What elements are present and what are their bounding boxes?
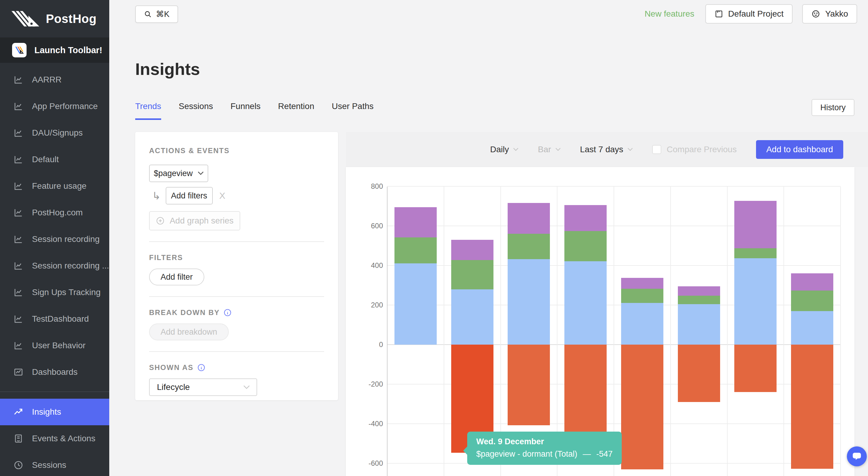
bar-segment-returning[interactable] bbox=[678, 296, 720, 304]
add-breakdown-button[interactable]: Add breakdown bbox=[149, 324, 229, 340]
project-switcher-button[interactable]: Default Project bbox=[705, 4, 793, 24]
sidebar-item-posthog-com[interactable]: PostHog.com bbox=[0, 199, 109, 226]
bar-segment-resurrecting[interactable] bbox=[621, 278, 663, 289]
bar-segment-returning[interactable] bbox=[734, 248, 777, 258]
date-range-dropdown[interactable]: Last 7 days bbox=[580, 145, 633, 154]
sidebar-item-aarrr[interactable]: AARRR bbox=[0, 66, 109, 93]
bar-segment-returning[interactable] bbox=[451, 260, 493, 289]
info-icon[interactable] bbox=[197, 363, 206, 372]
sidebar-item-default[interactable]: Default bbox=[0, 146, 109, 173]
line-chart-icon bbox=[13, 234, 24, 244]
sidebar-item-sessions[interactable]: Sessions bbox=[0, 452, 109, 476]
sidebar-item-sign-ups-tracking[interactable]: Sign Ups Tracking bbox=[0, 279, 109, 306]
actions-events-label: ACTIONS & EVENTS bbox=[149, 147, 324, 155]
new-features-link[interactable]: New features bbox=[645, 9, 694, 19]
add-graph-series-button[interactable]: Add graph series bbox=[149, 211, 240, 231]
tooltip-series-name: $pageview - dormant (Total) bbox=[476, 449, 577, 459]
sidebar-item-label: Dashboards bbox=[32, 367, 78, 377]
shown-as-select[interactable]: Lifecycle bbox=[149, 379, 257, 396]
y-axis-tick: 200 bbox=[346, 301, 383, 309]
tab-user-paths[interactable]: User Paths bbox=[332, 101, 374, 118]
line-chart-icon bbox=[13, 101, 24, 112]
bar-segment-new[interactable] bbox=[395, 263, 437, 345]
bar-segment-new[interactable] bbox=[451, 289, 493, 345]
display-type-dropdown[interactable]: Bar bbox=[538, 145, 561, 154]
chat-launcher-button[interactable] bbox=[847, 446, 867, 466]
bar-segment-new[interactable] bbox=[508, 259, 550, 345]
sidebar-item-session-recording-[interactable]: Session recording ... bbox=[0, 252, 109, 279]
tab-funnels[interactable]: Funnels bbox=[230, 101, 261, 118]
bar-segment-resurrecting[interactable] bbox=[395, 207, 437, 237]
bar-segment-dormant[interactable] bbox=[621, 345, 663, 469]
chart-tooltip: Wed. 9 December $pageview - dormant (Tot… bbox=[467, 432, 622, 465]
sidebar-item-app-performance[interactable]: App Performance bbox=[0, 93, 109, 120]
compare-previous-checkbox[interactable] bbox=[652, 145, 661, 154]
bar-segment-dormant[interactable] bbox=[791, 345, 833, 469]
shown-as-label: SHOWN AS bbox=[149, 363, 324, 372]
sidebar: PostHog Launch Toolbar! AARRRApp Perform… bbox=[0, 0, 109, 476]
info-icon[interactable] bbox=[223, 308, 232, 317]
gridline-v bbox=[840, 187, 841, 476]
sidebar-item-label: AARRR bbox=[32, 75, 62, 85]
sidebar-item-feature-usage[interactable]: Feature usage bbox=[0, 173, 109, 199]
bar-segment-resurrecting[interactable] bbox=[508, 203, 550, 234]
sidebar-item-label: Sign Ups Tracking bbox=[32, 288, 100, 297]
sidebar-item-session-recording[interactable]: Session recording bbox=[0, 226, 109, 252]
sidebar-item-testdashboard[interactable]: TestDashboard bbox=[0, 306, 109, 332]
line-chart-icon bbox=[13, 181, 24, 191]
bar-segment-returning[interactable] bbox=[621, 289, 663, 303]
interval-dropdown[interactable]: Daily bbox=[490, 145, 519, 154]
tab-retention[interactable]: Retention bbox=[278, 101, 314, 118]
launch-toolbar-button[interactable]: Launch Toolbar! bbox=[0, 37, 109, 63]
remove-series-button[interactable]: X bbox=[219, 190, 225, 201]
add-to-dashboard-button[interactable]: Add to dashboard bbox=[756, 140, 843, 159]
insight-tabs: TrendsSessionsFunnelsRetentionUser Paths bbox=[135, 101, 855, 124]
bar-segment-returning[interactable] bbox=[791, 291, 833, 311]
sidebar-item-insights[interactable]: Insights bbox=[0, 399, 109, 425]
sidebar-item-dau-signups[interactable]: DAU/Signups bbox=[0, 120, 109, 146]
bar-segment-new[interactable] bbox=[734, 258, 777, 345]
trend-up-icon bbox=[13, 407, 24, 417]
line-chart-icon bbox=[13, 128, 24, 138]
y-axis-tick: 800 bbox=[346, 182, 383, 190]
bar-segment-resurrecting[interactable] bbox=[791, 273, 833, 291]
add-filters-button[interactable]: Add filters bbox=[166, 187, 213, 205]
tab-sessions[interactable]: Sessions bbox=[179, 101, 213, 118]
sidebar-item-user-behavior[interactable]: User Behavior bbox=[0, 332, 109, 359]
bar-segment-returning[interactable] bbox=[564, 231, 607, 261]
compare-previous-toggle[interactable]: Compare Previous bbox=[652, 145, 737, 154]
gridline-v bbox=[783, 187, 784, 476]
history-button[interactable]: History bbox=[812, 99, 855, 116]
bar-segment-resurrecting[interactable] bbox=[451, 240, 493, 260]
sidebar-item-events-actions[interactable]: Events & Actions bbox=[0, 425, 109, 452]
event-selector-dropdown[interactable]: $pageview bbox=[149, 165, 208, 182]
event-filter-row: ↳ Add filters X bbox=[149, 187, 324, 205]
sidebar-item-label: Sessions bbox=[32, 460, 66, 470]
bar-segment-dormant[interactable] bbox=[734, 345, 777, 392]
compare-previous-label: Compare Previous bbox=[667, 145, 737, 154]
user-menu-button[interactable]: Yakko bbox=[802, 4, 857, 24]
bar-segment-resurrecting[interactable] bbox=[734, 201, 777, 248]
chevron-down-icon bbox=[513, 148, 519, 151]
chevron-down-icon bbox=[627, 148, 633, 151]
bar-segment-resurrecting[interactable] bbox=[564, 205, 607, 231]
bar-segment-new[interactable] bbox=[621, 303, 663, 345]
bar-segment-returning[interactable] bbox=[508, 234, 550, 259]
bar-segment-dormant[interactable] bbox=[678, 345, 720, 402]
bar-segment-new[interactable] bbox=[791, 311, 833, 345]
bar-segment-new[interactable] bbox=[564, 261, 607, 345]
sidebar-item-label: Session recording ... bbox=[32, 261, 109, 271]
sidebar-item-dashboards[interactable]: Dashboards bbox=[0, 359, 109, 385]
interval-value: Daily bbox=[490, 145, 509, 154]
line-chart-icon bbox=[13, 340, 24, 351]
bar-segment-resurrecting[interactable] bbox=[678, 286, 720, 296]
sidebar-nav: AARRRApp PerformanceDAU/SignupsDefaultFe… bbox=[0, 63, 109, 476]
bar-segment-returning[interactable] bbox=[395, 237, 437, 263]
bar-segment-dormant[interactable] bbox=[508, 345, 550, 425]
chevron-down-icon bbox=[243, 385, 250, 390]
bar-segment-new[interactable] bbox=[678, 304, 720, 345]
posthog-logo[interactable]: PostHog bbox=[0, 0, 109, 37]
add-filter-button[interactable]: Add filter bbox=[149, 268, 204, 286]
search-input[interactable]: ⌘K bbox=[135, 5, 178, 23]
tab-trends[interactable]: Trends bbox=[135, 101, 161, 120]
